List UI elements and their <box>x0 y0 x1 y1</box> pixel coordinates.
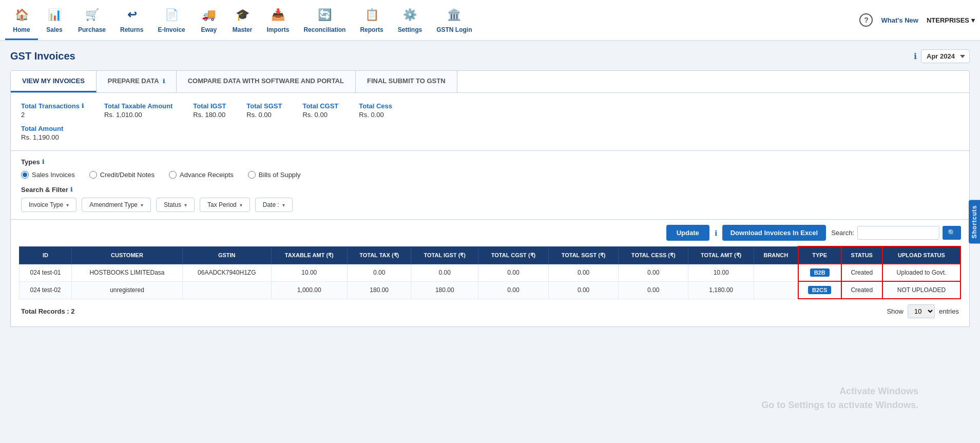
filter-info-icon[interactable]: ℹ <box>70 186 72 193</box>
nav-returns-label: Returns <box>120 26 143 33</box>
period-select-area: ℹ Apr 2024 <box>914 49 970 63</box>
cell-upload-status: NOT UPLOADED <box>882 281 960 299</box>
cell-total-cess: 0.00 <box>619 281 688 299</box>
radio-credit[interactable]: Credit/Debit Notes <box>89 171 155 179</box>
reports-icon: 📋 <box>362 6 381 24</box>
th-customer: CUSTOMER <box>72 246 183 264</box>
home-icon: 🏠 <box>12 6 31 24</box>
cell-total-cgst: 0.00 <box>478 264 549 281</box>
help-button[interactable]: ? <box>859 13 873 27</box>
cell-total-sgst: 0.00 <box>549 281 619 299</box>
table-header-row: ID CUSTOMER GSTIN TAXABLE AMT (₹) TOTAL … <box>20 246 961 264</box>
data-table: ID CUSTOMER GSTIN TAXABLE AMT (₹) TOTAL … <box>19 246 961 299</box>
whats-new-link[interactable]: What's New <box>881 16 918 24</box>
filter-amendment-type[interactable]: Amendment Type ▾ <box>82 198 151 212</box>
period-select[interactable]: Apr 2024 <box>921 49 970 63</box>
nav-master-label: Master <box>233 26 253 33</box>
sales-icon: 📊 <box>45 6 64 24</box>
table-section: Update ℹ Download Invoices In Excel Sear… <box>10 220 970 327</box>
summary-igst: Total IGST Rs. 180.00 <box>193 102 226 119</box>
table-toolbar: Update ℹ Download Invoices In Excel Sear… <box>19 225 961 241</box>
show-select[interactable]: 10 25 50 <box>908 304 935 318</box>
nav-einvoice[interactable]: 📄 E-Invoice <box>150 0 192 40</box>
types-section: Types ℹ Sales Invoices Credit/Debit Note… <box>10 151 970 220</box>
nav-reports[interactable]: 📋 Reports <box>353 0 390 40</box>
table-footer: Total Records : 2 Show 10 25 50 entries <box>19 304 961 318</box>
nav-imports[interactable]: 📥 Imports <box>259 0 296 40</box>
nav-gstn[interactable]: 🏛️ GSTN Login <box>429 0 479 40</box>
enterprises-chevron-icon: ▾ <box>971 16 975 24</box>
eway-icon: 🚚 <box>200 6 218 24</box>
date-arrow-icon: ▾ <box>282 202 285 208</box>
nav-eway[interactable]: 🚚 Eway <box>193 0 225 40</box>
cell-taxable-amt: 10.00 <box>271 264 347 281</box>
page-header: GST Invoices ℹ Apr 2024 <box>10 49 970 63</box>
cell-total-tax: 0.00 <box>347 264 411 281</box>
nav-settings-label: Settings <box>398 26 422 33</box>
radio-group: Sales Invoices Credit/Debit Notes Advanc… <box>21 171 959 179</box>
transactions-info-icon[interactable]: ℹ <box>82 103 84 109</box>
nav-home[interactable]: 🏠 Home <box>5 0 38 40</box>
summary-row-1: Total Transactions ℹ 2 Total Taxable Amo… <box>21 102 959 119</box>
filter-tax-period[interactable]: Tax Period ▾ <box>200 198 250 212</box>
amendment-type-arrow-icon: ▾ <box>141 202 143 208</box>
cell-status: Created <box>841 264 882 281</box>
nav-master[interactable]: 🎓 Master <box>225 0 260 40</box>
returns-icon: ↩ <box>123 6 141 24</box>
types-info-icon[interactable]: ℹ <box>42 159 44 165</box>
summary-cgst-label: Total CGST <box>302 102 338 110</box>
tab-compare-data[interactable]: COMPARE DATA WITH SOFTWARE AND PORTAL <box>177 71 356 92</box>
cell-gstin <box>182 281 271 299</box>
search-label: Search: <box>831 229 854 237</box>
einvoice-icon: 📄 <box>162 6 181 24</box>
cell-customer: HOSTBOOKS LIMITEDasa <box>72 264 183 281</box>
nav-settings[interactable]: ⚙️ Settings <box>391 0 429 40</box>
summary-taxable-label: Total Taxable Amount <box>104 102 172 110</box>
radio-sales[interactable]: Sales Invoices <box>21 171 75 179</box>
table-row[interactable]: 024 test-01 HOSTBOOKS LIMITEDasa 06AADCK… <box>20 264 961 281</box>
filter-status[interactable]: Status ▾ <box>156 198 195 212</box>
download-button[interactable]: Download Invoices In Excel <box>722 225 827 241</box>
radio-bills[interactable]: Bills of Supply <box>248 171 301 179</box>
nav-returns[interactable]: ↩ Returns <box>113 0 150 40</box>
filter-invoice-type[interactable]: Invoice Type ▾ <box>21 198 76 212</box>
nav-sales[interactable]: 📊 Sales <box>38 0 71 40</box>
period-info-icon[interactable]: ℹ <box>914 51 917 61</box>
update-button[interactable]: Update <box>666 225 709 241</box>
cell-total-tax: 180.00 <box>347 281 411 299</box>
cell-type: B2CS <box>798 281 841 299</box>
search-button[interactable]: 🔍 <box>943 226 961 240</box>
status-arrow-icon: ▾ <box>184 202 187 208</box>
table-row[interactable]: 024 test-02 unregistered 1,000.00 180.00… <box>20 281 961 299</box>
shortcuts-tab[interactable]: Shortcuts <box>969 200 980 243</box>
cell-upload-status: Uploaded to Govt. <box>882 264 960 281</box>
main-content: GST Invoices ℹ Apr 2024 VIEW MY INVOICES… <box>0 41 980 335</box>
cell-customer: unregistered <box>72 281 183 299</box>
summary-igst-value: Rs. 180.00 <box>193 111 226 119</box>
gstn-icon: 🏛️ <box>445 6 464 24</box>
enterprises-dropdown[interactable]: NTERPRISES ▾ <box>927 16 975 24</box>
summary-igst-label: Total IGST <box>193 102 226 110</box>
cell-branch <box>754 281 798 299</box>
nav-imports-label: Imports <box>266 26 289 33</box>
nav-purchase-label: Purchase <box>78 26 106 33</box>
th-total-cess: TOTAL CESS (₹) <box>619 246 688 264</box>
nav-right: ? What's New NTERPRISES ▾ <box>859 13 975 27</box>
imports-icon: 📥 <box>268 6 287 24</box>
th-status: STATUS <box>841 246 882 264</box>
type-badge: B2B <box>810 268 830 277</box>
nav-purchase[interactable]: 🛒 Purchase <box>71 0 113 40</box>
radio-advance[interactable]: Advance Receipts <box>169 171 234 179</box>
nav-eway-label: Eway <box>201 26 217 33</box>
nav-reconciliation[interactable]: 🔄 Reconciliation <box>296 0 353 40</box>
tab-prepare-data[interactable]: PREPARE DATA ℹ <box>97 71 177 92</box>
tab-view-invoices[interactable]: VIEW MY INVOICES <box>11 71 97 92</box>
show-entries: Show 10 25 50 entries <box>887 304 959 318</box>
search-input[interactable] <box>857 226 939 240</box>
tab-final-submit[interactable]: FINAL SUBMIT TO GSTN <box>356 71 457 92</box>
nav-gstn-label: GSTN Login <box>436 26 472 33</box>
cell-id: 024 test-02 <box>20 281 72 299</box>
filter-date[interactable]: Date : ▾ <box>255 198 293 212</box>
update-info-icon[interactable]: ℹ <box>715 229 717 237</box>
tabs-bar: VIEW MY INVOICES PREPARE DATA ℹ COMPARE … <box>10 70 970 93</box>
